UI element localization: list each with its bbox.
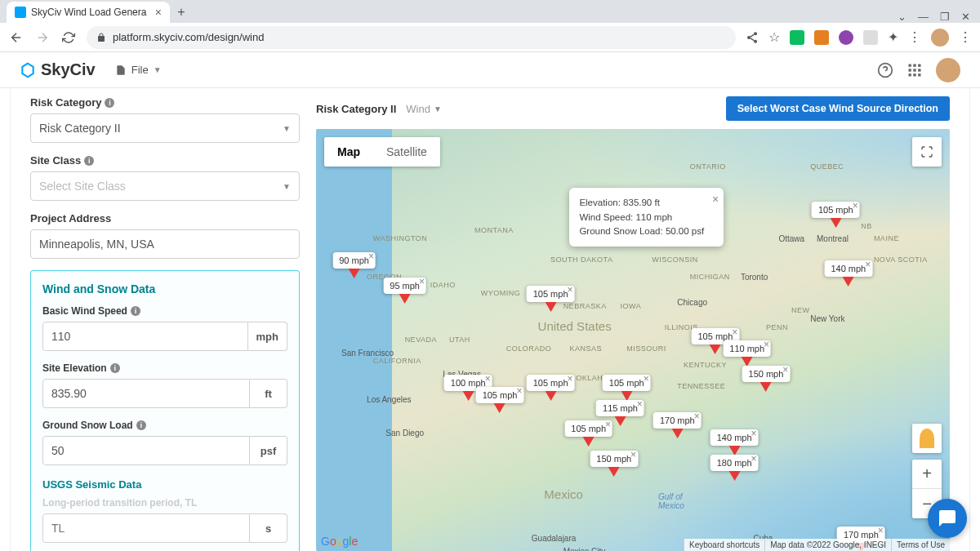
url-bar[interactable]: platform.skyciv.com/design/wind [87,26,736,49]
state-label: NEBRASKA [564,302,607,310]
map-canvas[interactable]: Map Satellite × Elevation: 835.90 ft Win… [316,129,950,551]
chat-bubble[interactable] [928,499,967,538]
back-button[interactable] [8,29,24,46]
wind-pin[interactable]: ×105 mph [603,375,651,391]
elevation-unit: ft [250,379,287,408]
wind-pin[interactable]: ×105 mph [812,202,860,218]
close-icon[interactable]: × [732,327,737,338]
ext-icon-2[interactable] [814,30,829,45]
satellite-btn[interactable]: Satellite [373,137,440,167]
close-icon[interactable]: × [630,449,636,460]
wind-pin[interactable]: ×180 mph [710,455,759,471]
info-icon[interactable]: i [131,306,140,316]
apps-icon[interactable] [906,62,923,78]
tab-favicon [15,7,26,18]
keyboard-shortcuts-link[interactable]: Keyboard shortcuts [684,539,764,551]
new-tab-button[interactable]: + [170,2,193,23]
close-icon[interactable]: ✕ [961,11,970,23]
wind-pin[interactable]: ×150 mph [590,451,638,467]
wind-speed-input[interactable] [42,322,248,351]
tab-close-icon[interactable]: × [155,6,162,19]
profile-avatar[interactable] [931,29,949,47]
info-icon[interactable]: i [105,98,114,108]
wind-pin[interactable]: ×150 mph [742,366,791,382]
close-icon[interactable]: × [782,364,788,375]
star-icon[interactable]: ☆ [768,29,780,45]
map-wind-dropdown[interactable]: Wind ▼ [406,103,442,115]
close-icon[interactable]: × [485,373,491,384]
wind-snow-panel: Wind and Snow Data Basic Wind Speedi mph… [30,270,300,551]
kebab-icon[interactable]: ⋮ [908,29,921,45]
close-icon[interactable]: × [644,373,649,384]
svg-rect-10 [909,73,911,76]
brand-logo[interactable]: SkyCiv [20,60,96,79]
city-label: Ottawa [778,234,804,243]
close-icon[interactable]: × [865,259,871,270]
browser-tab[interactable]: SkyCiv Wind Load Genera × [7,2,170,23]
pegman-control[interactable] [912,424,942,453]
map-header: Risk Category II Wind ▼ Select Worst Cas… [316,96,950,121]
minimize-icon[interactable]: — [918,11,929,23]
risk-category-select[interactable]: Risk Category II ▼ [30,113,300,143]
close-icon[interactable]: × [694,411,700,422]
zoom-in-button[interactable]: + [912,460,942,489]
close-icon[interactable]: × [568,373,573,384]
close-icon[interactable]: × [637,398,643,410]
close-icon[interactable]: × [419,276,425,287]
info-icon[interactable]: i [84,156,94,166]
city-label: Mexico City [564,547,606,551]
wind-pin[interactable]: ×105 mph [527,375,575,391]
maximize-icon[interactable]: ❐ [940,11,950,23]
close-icon[interactable]: × [516,385,522,397]
fullscreen-button[interactable] [912,137,942,167]
worst-case-button[interactable]: Select Worst Case Wind Source Direction [726,96,950,121]
elevation-input[interactable] [42,379,250,408]
ext-icon-1[interactable] [790,30,804,45]
forward-button[interactable] [34,29,51,46]
user-avatar[interactable] [936,58,960,82]
close-icon[interactable]: × [605,419,611,430]
wind-pin[interactable]: ×105 mph [564,420,612,437]
wind-pin[interactable]: ×95 mph [383,278,426,294]
info-icon[interactable]: i [136,420,146,430]
puzzle-icon[interactable]: ✦ [888,29,898,45]
close-icon[interactable]: × [712,191,719,208]
snow-load-input[interactable] [42,436,250,465]
menu-icon[interactable]: ⋮ [959,29,972,45]
terms-link[interactable]: Terms of Use [891,539,950,551]
state-label: PENN [766,323,788,331]
browser-tab-strip: SkyCiv Wind Load Genera × + ⌄ — ❐ ✕ [0,0,980,23]
wind-pin[interactable]: ×170 mph [653,412,702,429]
close-icon[interactable]: × [764,339,769,350]
chevron-down-icon[interactable]: ⌄ [898,11,906,23]
svg-point-0 [754,32,757,35]
file-menu[interactable]: File ▼ [115,64,162,76]
pegman-icon [920,429,934,448]
wind-pin[interactable]: ×140 mph [824,260,872,277]
wind-pin[interactable]: ×140 mph [710,429,759,446]
map-btn[interactable]: Map [324,137,373,167]
wind-pin[interactable]: ×105 mph [527,286,575,302]
close-icon[interactable]: × [853,200,858,211]
reload-button[interactable] [60,29,77,46]
project-address-input[interactable] [30,229,300,259]
info-icon[interactable]: i [110,363,120,373]
close-icon[interactable]: × [751,453,757,464]
svg-point-1 [747,36,751,39]
wind-pin[interactable]: ×105 mph [476,387,524,403]
wind-pin[interactable]: ×110 mph [723,340,771,357]
tl-input[interactable] [42,513,250,543]
snow-load-label: Ground Snow Load [42,420,133,431]
close-icon[interactable]: × [368,251,374,262]
wind-pin[interactable]: ×115 mph [596,400,644,416]
ext-icon-3[interactable] [839,30,853,45]
help-icon[interactable] [877,62,893,78]
site-class-select[interactable]: Select Site Class ▼ [30,171,300,201]
close-icon[interactable]: × [878,525,884,536]
close-icon[interactable]: × [568,284,573,295]
close-icon[interactable]: × [751,428,757,439]
wind-pin[interactable]: ×90 mph [332,252,376,269]
share-icon[interactable] [746,31,759,44]
tl-label: Long-period transition period, TL [42,497,287,509]
ext-icon-4[interactable] [863,30,878,45]
